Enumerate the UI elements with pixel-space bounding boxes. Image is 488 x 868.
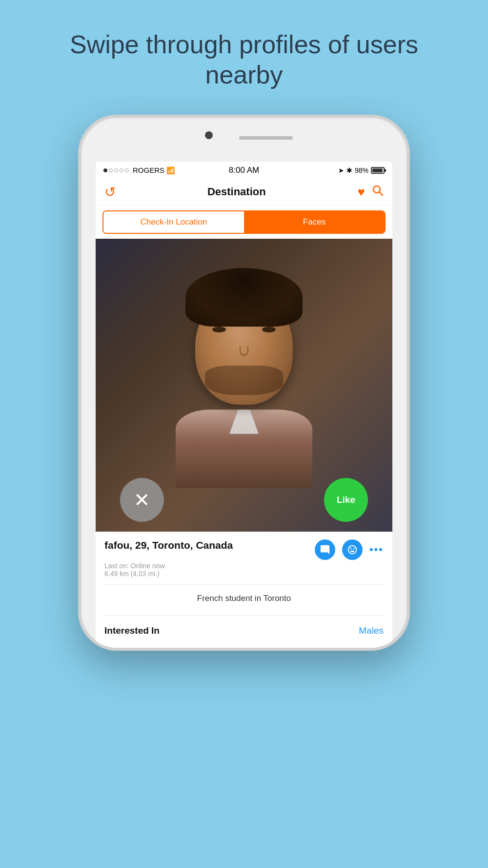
hair-shape bbox=[185, 268, 303, 327]
interested-in-label: Interested In bbox=[104, 625, 160, 636]
profile-distance: 6.49 km (4.03 mi.) bbox=[104, 570, 384, 578]
action-buttons: ✕ Like bbox=[96, 478, 392, 522]
page-headline: Swipe through profiles of users nearby bbox=[61, 29, 427, 90]
status-bar-left: ROGERS 📶 bbox=[103, 166, 175, 174]
phone-top-bar bbox=[81, 118, 407, 162]
bluetooth-icon: ✱ bbox=[346, 166, 352, 174]
profile-name: fafou, 29, Toronto, Canada bbox=[104, 539, 233, 551]
search-icon[interactable] bbox=[372, 185, 384, 199]
nose-shape bbox=[240, 346, 248, 356]
right-eye bbox=[262, 327, 276, 332]
status-bar-time: 8:00 AM bbox=[229, 165, 259, 175]
nav-bar: ↺ Destination ♥ bbox=[96, 179, 392, 206]
wifi-icon: 📶 bbox=[166, 166, 175, 174]
person-silhouette bbox=[156, 258, 332, 512]
tab-check-in-location[interactable]: Check-In Location bbox=[103, 211, 244, 233]
speaker-grille bbox=[239, 136, 293, 140]
more-options-icon[interactable]: ••• bbox=[369, 543, 384, 556]
signal-dot-3 bbox=[114, 168, 118, 172]
beard-shape bbox=[205, 366, 283, 395]
signal-dot-5 bbox=[125, 168, 129, 172]
profile-last-seen: Last on: Online now bbox=[104, 562, 384, 570]
emoji-button[interactable] bbox=[342, 539, 363, 560]
refresh-icon[interactable]: ↺ bbox=[104, 184, 116, 200]
profile-action-icons: ••• bbox=[315, 539, 384, 560]
profile-bio: French student in Toronto bbox=[104, 592, 384, 608]
interested-in-row: Interested In Males bbox=[104, 622, 384, 641]
signal-dot-2 bbox=[109, 168, 113, 172]
status-bar: ROGERS 📶 8:00 AM ➤ ✱ 98% bbox=[96, 162, 392, 179]
message-button[interactable] bbox=[315, 539, 335, 560]
collar-shape bbox=[229, 410, 259, 434]
interested-in-value: Males bbox=[359, 625, 384, 636]
carrier-name: ROGERS bbox=[133, 166, 164, 174]
profile-divider-2 bbox=[104, 615, 384, 616]
profile-card: ✕ Like fafou, 29, Toronto, Canada bbox=[96, 239, 392, 648]
profile-divider bbox=[104, 584, 384, 585]
tab-bar: Check-In Location Faces bbox=[102, 210, 386, 234]
like-button[interactable]: Like bbox=[324, 478, 368, 522]
body-shape bbox=[176, 410, 312, 488]
battery-percent: 98% bbox=[355, 166, 368, 174]
front-camera bbox=[205, 131, 213, 139]
tab-faces[interactable]: Faces bbox=[244, 211, 385, 233]
svg-line-1 bbox=[379, 192, 383, 196]
signal-dot-4 bbox=[120, 168, 123, 172]
favorites-heart-icon[interactable]: ♥ bbox=[358, 185, 365, 200]
nav-title: Destination bbox=[207, 186, 266, 198]
status-bar-right: ➤ ✱ 98% bbox=[338, 166, 385, 174]
battery-icon bbox=[371, 167, 385, 174]
phone-screen: ROGERS 📶 8:00 AM ➤ ✱ 98% ↺ Destination ♥ bbox=[96, 162, 392, 648]
nav-right-icons: ♥ bbox=[358, 185, 384, 200]
battery-fill bbox=[372, 168, 383, 172]
dismiss-button[interactable]: ✕ bbox=[120, 478, 164, 522]
left-eye bbox=[212, 327, 226, 332]
profile-image[interactable]: ✕ Like bbox=[96, 239, 392, 532]
signal-dot-1 bbox=[103, 168, 107, 172]
profile-info: fafou, 29, Toronto, Canada bbox=[96, 532, 392, 648]
location-arrow-icon: ➤ bbox=[338, 166, 344, 174]
mouth-shape bbox=[234, 366, 254, 370]
profile-name-row: fafou, 29, Toronto, Canada bbox=[104, 539, 384, 560]
phone-shell: ROGERS 📶 8:00 AM ➤ ✱ 98% ↺ Destination ♥ bbox=[78, 115, 410, 651]
signal-strength bbox=[103, 168, 129, 172]
